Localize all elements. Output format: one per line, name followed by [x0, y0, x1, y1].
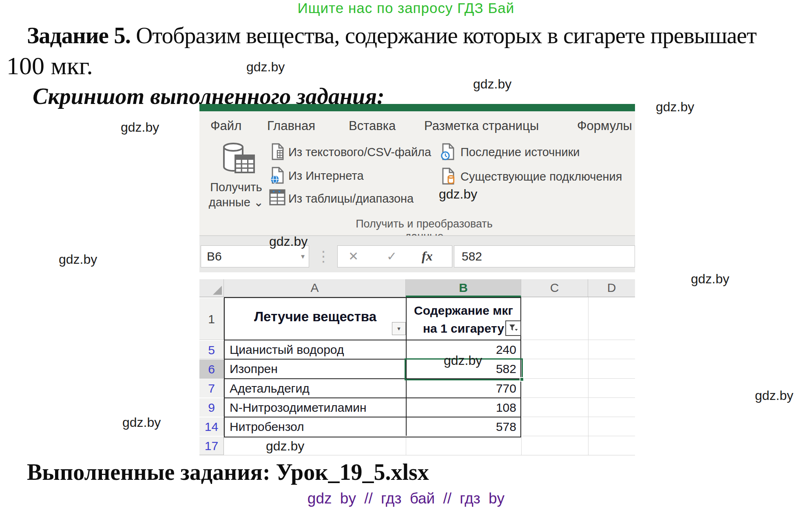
- gridline: [522, 417, 635, 417]
- formula-buttons: ✕ ✓ fx: [337, 245, 452, 267]
- watermark: gdz.by: [269, 234, 308, 249]
- row-header-14[interactable]: 14: [199, 417, 224, 436]
- row-header-6[interactable]: 6: [199, 360, 224, 379]
- tab-home[interactable]: Главная: [267, 119, 315, 132]
- watermark: gdz.by: [444, 353, 482, 368]
- table-row: N-Нитрозодиметиламин 108: [225, 398, 520, 417]
- hidden-rows-gap: [199, 436, 224, 437]
- result-line: Выполненные задания: Урок_19_5.xlsx: [27, 459, 429, 485]
- hidden-rows-gap: [199, 340, 224, 341]
- gridline: [522, 359, 635, 359]
- watermark: gdz.by: [755, 388, 793, 403]
- excel-title-bar: [199, 104, 635, 111]
- hidden-rows-gap: [199, 397, 224, 398]
- row-header-7[interactable]: 7: [199, 379, 224, 398]
- cell-a6[interactable]: Изопрен: [225, 360, 407, 378]
- get-data-button[interactable]: Получитьданные ⌄: [204, 180, 269, 210]
- from-table-range-button[interactable]: Из таблицы/диапазона: [288, 192, 414, 205]
- cell-a1[interactable]: Летучие вещества: [225, 298, 407, 340]
- watermark: gdz.by: [59, 252, 97, 267]
- formula-bar-input[interactable]: 582: [454, 245, 635, 267]
- from-table-range-icon: [269, 189, 285, 207]
- task-number: Задание 5.: [27, 22, 131, 48]
- table-row: Адетальдегид 770: [225, 379, 520, 398]
- cell-a9[interactable]: N-Нитрозодиметиламин: [225, 398, 407, 417]
- table-row: Летучие вещества Содержание мкгна 1 сига…: [225, 298, 520, 340]
- insert-function-icon[interactable]: fx: [422, 246, 433, 266]
- table-row: Нитробензол 578: [225, 417, 520, 436]
- get-data-icon: [221, 141, 256, 181]
- select-all-corner[interactable]: [199, 279, 224, 297]
- hidden-rows-gap: [199, 417, 224, 417]
- enter-check-icon[interactable]: ✓: [387, 246, 397, 267]
- footer-credits: gdz by // гдз бай // гдз by: [308, 490, 504, 507]
- watermark: gdz.by: [246, 60, 285, 75]
- watermark: gdz.by: [656, 99, 694, 115]
- filter-funnel-icon: [509, 323, 518, 333]
- gridline: [522, 378, 635, 379]
- row-header-17[interactable]: 17: [199, 437, 224, 455]
- dropdown-arrow-icon: ▾: [397, 325, 400, 332]
- tab-page-layout[interactable]: Разметка страницы: [424, 119, 539, 132]
- recent-sources-icon: [440, 143, 456, 162]
- tab-insert[interactable]: Вставка: [349, 119, 396, 132]
- tab-formulas[interactable]: Формулы: [577, 119, 632, 132]
- formula-bar-value: 582: [462, 246, 482, 267]
- fill-handle[interactable]: [520, 377, 524, 382]
- formula-bar-handle[interactable]: ⋮: [316, 246, 331, 267]
- select-all-triangle-icon: [213, 286, 222, 295]
- tab-file[interactable]: Файл: [210, 119, 241, 132]
- watermark: gdz.by: [121, 120, 159, 135]
- watermark: gdz.by: [473, 77, 511, 92]
- watermark: gdz.by: [691, 272, 729, 287]
- watermark: gdz.by: [439, 187, 477, 202]
- gridline: [588, 297, 589, 455]
- from-web-button[interactable]: Из Интернета: [288, 169, 364, 183]
- document-page: Ищите нас по запросу ГДЗ Бай Задание 5. …: [0, 0, 812, 510]
- filter-applied-button-b[interactable]: [505, 320, 521, 336]
- task-text: Отобразим вещества, содержание которых в…: [131, 22, 757, 48]
- chevron-down-icon: ⌄: [254, 196, 263, 209]
- column-header-b[interactable]: B: [406, 279, 521, 297]
- gridline: [521, 437, 522, 455]
- row-header-1[interactable]: 1: [199, 298, 224, 340]
- recent-sources-button[interactable]: Последние источники: [460, 146, 580, 159]
- cell-b7[interactable]: 770: [407, 379, 520, 397]
- filter-dropdown-button-a[interactable]: ▾: [392, 322, 406, 335]
- task-text-line1: Задание 5. Отобразим вещества, содержани…: [27, 22, 757, 49]
- cell-a7[interactable]: Адетальдегид: [225, 379, 407, 397]
- gridline: [522, 340, 635, 340]
- watermark: gdz.by: [266, 439, 304, 454]
- column-header-c[interactable]: C: [521, 279, 588, 297]
- name-box-value: B6: [207, 246, 222, 267]
- cell-b1[interactable]: Содержание мкгна 1 сигарету: [407, 298, 520, 340]
- row-header-9[interactable]: 9: [199, 398, 224, 417]
- cell-a5[interactable]: Цианистый водород: [225, 340, 407, 359]
- gridline: [522, 397, 635, 398]
- column-header-a[interactable]: A: [224, 279, 406, 297]
- row-header-5[interactable]: 5: [199, 341, 224, 359]
- excel-window: Файл Главная Вставка Разметка страницы Ф…: [199, 104, 635, 457]
- gridline: [199, 455, 635, 455]
- watermark: gdz.by: [122, 415, 161, 430]
- cell-b9[interactable]: 108: [407, 398, 520, 417]
- task-text-line2: 100 мкг.: [7, 51, 93, 80]
- existing-connections-icon: [440, 168, 456, 186]
- from-web-icon: [270, 167, 285, 185]
- existing-connections-button[interactable]: Существующие подключения: [460, 170, 622, 183]
- from-csv-button[interactable]: Из текстового/CSV-файла: [288, 146, 431, 159]
- gridline: [406, 437, 406, 455]
- column-header-d[interactable]: D: [588, 279, 635, 297]
- gridline: [522, 436, 635, 436]
- csv-file-icon: [270, 143, 285, 162]
- cell-a14[interactable]: Нитробензол: [225, 417, 407, 436]
- cell-b14[interactable]: 578: [407, 417, 520, 436]
- cancel-icon[interactable]: ✕: [348, 246, 358, 267]
- promo-header: Ищите нас по запросу ГДЗ Бай: [0, 0, 812, 16]
